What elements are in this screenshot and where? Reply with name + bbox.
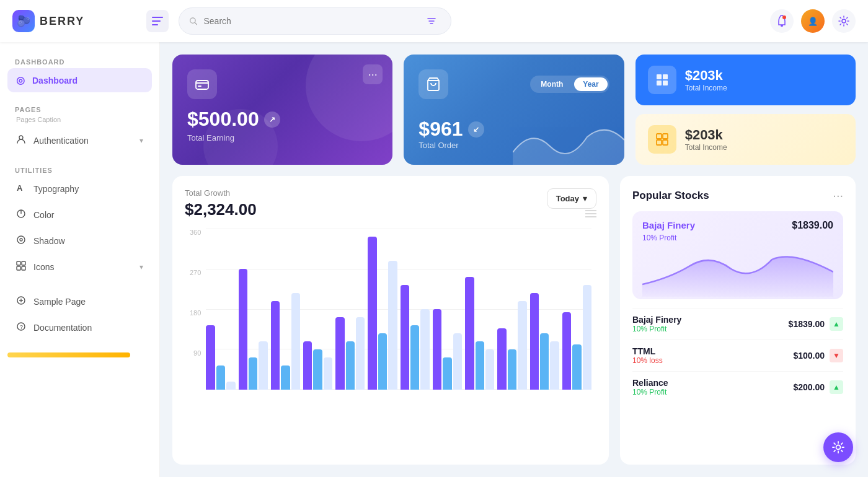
svg-rect-19 (22, 266, 25, 270)
sidebar-item-dashboard[interactable]: ◎ Dashboard (7, 68, 152, 92)
bar-purple (562, 312, 571, 390)
bar-light (291, 293, 300, 390)
svg-rect-32 (657, 134, 662, 139)
sidebar-item-sample-page[interactable]: Sample Page (7, 289, 152, 314)
order-wave (513, 115, 624, 165)
income2-label: Total Income (685, 143, 727, 152)
bar-purple (335, 317, 344, 390)
svg-rect-8 (781, 25, 783, 27)
earning-more-button[interactable]: ··· (363, 64, 383, 84)
trend-up-icon: ▲ (830, 380, 843, 394)
bar-group (433, 229, 462, 390)
sidebar-item-icons[interactable]: Icons ▾ (7, 255, 152, 279)
svg-rect-30 (657, 81, 662, 85)
menu-button[interactable] (146, 10, 169, 32)
sidebar-item-shadow[interactable]: Shadow (7, 229, 152, 253)
bar-group (368, 229, 397, 390)
navbar-right: 👤 (770, 9, 856, 33)
bar-purple (530, 293, 539, 390)
stock-row-value: $200.00 (793, 382, 825, 392)
sidebar-section-dashboard: Dashboard (7, 55, 152, 68)
shadow-icon (16, 235, 26, 247)
featured-stock-value: $1839.00 (792, 220, 833, 231)
bar-blue (378, 333, 387, 390)
bottom-row: Total Growth $2,324.00 Today ▾ (172, 176, 856, 465)
bar-blue (540, 333, 549, 390)
sidebar-item-authentication[interactable]: Authentication ▾ (7, 128, 152, 153)
search-input[interactable] (203, 16, 415, 26)
bar-light (518, 301, 526, 390)
bar-blue (508, 349, 516, 390)
sidebar-item-auth-label: Authentication (33, 136, 89, 146)
stock-row-right: $1839.00 ▲ (789, 317, 843, 331)
tab-year[interactable]: Year (574, 77, 607, 91)
svg-text:?: ? (20, 324, 23, 330)
bar-light (453, 333, 462, 390)
sidebar-item-shadow-label: Shadow (33, 236, 65, 246)
bar-purple (368, 237, 376, 390)
sample-page-icon (16, 295, 26, 308)
y-label-180: 180 (190, 309, 201, 317)
search-bar (179, 7, 451, 35)
stock-row-right: $100.00 ▼ (793, 349, 843, 362)
icons-icon (16, 261, 26, 273)
stock-row-sub: 10% Profit (632, 388, 668, 396)
auth-icon (16, 134, 26, 147)
bar-purple (303, 341, 312, 390)
settings-button[interactable] (832, 9, 856, 33)
chart-menu-button[interactable] (585, 208, 596, 221)
period-button[interactable]: Today ▾ (547, 188, 596, 209)
order-card-icon (418, 69, 448, 99)
bar-blue (410, 325, 419, 390)
notification-button[interactable] (770, 9, 794, 33)
sidebar-item-sample-label: Sample Page (33, 297, 86, 307)
chart-title: Total Growth (185, 188, 257, 198)
stocks-more-button[interactable]: ··· (833, 188, 843, 203)
income1-label: Total Income (685, 84, 727, 92)
svg-rect-33 (663, 134, 668, 139)
order-card: Month Year $961 ↙ Total Order (404, 55, 624, 165)
bar-light (420, 309, 429, 390)
featured-stock-profit: 10% Profit (642, 234, 833, 242)
sidebar-item-typography-label: Typography (33, 184, 79, 194)
bar-purple (465, 277, 474, 390)
bar-group (530, 229, 559, 390)
stock-row-value: $1839.00 (789, 319, 825, 329)
income1-icon (648, 66, 676, 94)
bar-blue (346, 341, 355, 390)
dashboard-icon: ◎ (16, 74, 25, 86)
stocks-card: Popular Stocks ··· Bajaj Finery $1839.00… (620, 176, 856, 465)
svg-point-14 (17, 236, 25, 243)
stock-featured-top: Bajaj Finery $1839.00 (642, 220, 833, 231)
svg-rect-2 (152, 24, 158, 25)
bar-light (583, 285, 591, 390)
tab-month[interactable]: Month (532, 77, 572, 91)
svg-text:A: A (17, 183, 23, 193)
avatar[interactable]: 👤 (801, 9, 825, 33)
y-axis: 360 270 180 90 (190, 229, 201, 390)
bar-purple (206, 325, 215, 390)
stock-row-right: $200.00 ▲ (793, 380, 843, 394)
sidebar-section-pages: Pages (7, 102, 152, 116)
bar-light (550, 341, 559, 390)
stock-row-name: TTML (632, 346, 663, 356)
fab-settings-icon (831, 440, 845, 454)
sidebar-item-color[interactable]: Color (7, 203, 152, 227)
sidebar-item-documentation[interactable]: ? Documentation (7, 315, 152, 340)
stocks-title: Popular Stocks (632, 190, 709, 202)
svg-point-39 (836, 445, 841, 450)
order-trend-icon: ↙ (468, 121, 484, 138)
filter-button[interactable] (422, 10, 441, 32)
search-icon (189, 16, 197, 26)
stock-row-sub: 10% Profit (632, 325, 681, 333)
fab-button[interactable] (823, 432, 853, 462)
chart-card: Total Growth $2,324.00 Today ▾ (172, 176, 609, 465)
logo-text: BERRY (40, 15, 84, 28)
featured-stock-chart (642, 247, 833, 297)
sidebar-item-typography[interactable]: A Typography (7, 177, 152, 201)
sidebar-section-utilities: Utilities (7, 163, 152, 177)
svg-rect-31 (663, 81, 668, 85)
order-card-top: Month Year (418, 69, 609, 99)
bar-light (226, 382, 235, 390)
bar-group (335, 229, 365, 390)
